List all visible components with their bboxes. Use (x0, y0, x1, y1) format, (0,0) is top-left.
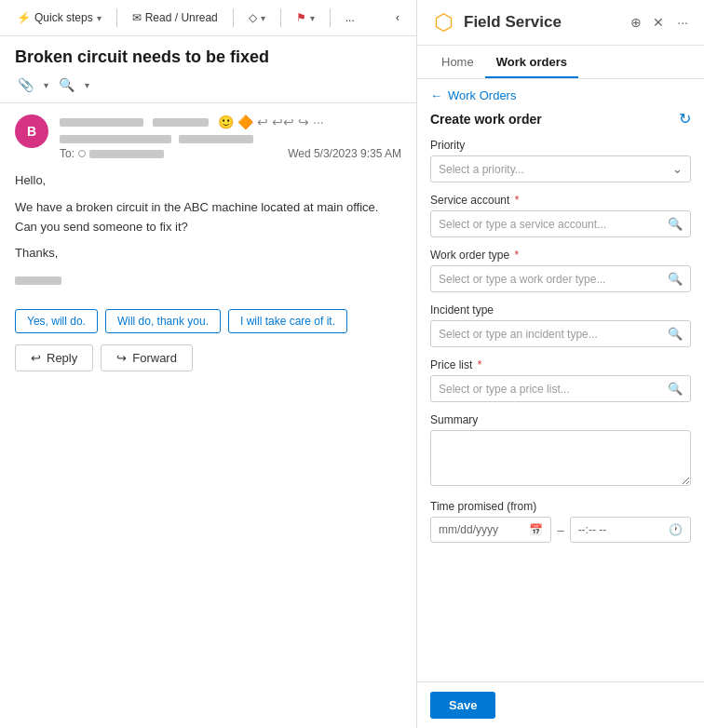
badge-icon: 🔶 (237, 115, 253, 129)
save-button[interactable]: Save (430, 692, 495, 719)
sender-icons: 🙂 🔶 ↩ ↩↩ ↪ ··· (218, 115, 324, 129)
avatar: B (15, 115, 48, 148)
flag-chevron: ▾ (261, 13, 265, 23)
read-unread-button[interactable]: ✉ Read / Unread (125, 7, 225, 28)
email-subject: Broken circuit needs to be fixed (15, 47, 401, 67)
zoom-button[interactable]: 🔍 (56, 74, 77, 95)
back-navigation[interactable]: ← Work Orders (430, 88, 691, 102)
collapse-button[interactable]: ‹ (388, 7, 407, 28)
pin-button[interactable]: ⊕ (628, 12, 644, 33)
price-list-placeholder: Select or type a price list... (439, 383, 570, 396)
work-order-type-select[interactable]: Select or type a work order type... 🔍 (430, 265, 691, 292)
incident-type-label: Incident type (430, 303, 691, 317)
separator-1 (116, 8, 117, 27)
incident-type-search-icon: 🔍 (668, 327, 683, 341)
datetime-row: mm/dd/yyyy 📅 – --:-- -- 🕐 (430, 517, 691, 543)
quick-steps-chevron: ▾ (97, 13, 102, 23)
flag-button[interactable]: ◇ ▾ (241, 7, 273, 28)
summary-group: Summary (430, 413, 691, 489)
read-unread-label: Read / Unread (145, 11, 218, 24)
sender-name (60, 118, 143, 127)
time-promised-group: Time promised (from) mm/dd/yyyy 📅 – --:-… (430, 500, 691, 543)
sender-name-2 (153, 118, 209, 127)
more-sender-icon[interactable]: ··· (313, 115, 324, 129)
tabs: Home Work orders (417, 46, 704, 79)
attachment-button[interactable]: 📎 (15, 74, 36, 95)
service-account-group: Service account * Select or type a servi… (430, 194, 691, 237)
service-account-search-icon: 🔍 (668, 217, 683, 231)
reply-button[interactable]: ↩ Reply (15, 344, 93, 371)
quick-reply-3[interactable]: I will take care of it. (228, 309, 347, 333)
sender-email-2 (179, 135, 253, 143)
forward-button[interactable]: ↪ Forward (101, 344, 193, 371)
quick-steps-label: Quick steps (34, 11, 93, 24)
price-list-search-icon: 🔍 (668, 382, 683, 396)
lightning-icon: ⚡ (17, 11, 31, 24)
priority-group: Priority Select a priority... ⌄ (430, 139, 691, 182)
quick-replies: Yes, will do. Will do, thank you. I will… (15, 309, 401, 333)
quick-reply-1[interactable]: Yes, will do. (15, 309, 98, 333)
sender-email (60, 135, 171, 143)
forward-arrow-icon: ↪ (116, 351, 127, 365)
work-order-type-group: Work order type * Select or type a work … (430, 249, 691, 292)
date-input[interactable]: mm/dd/yyyy 📅 (430, 517, 551, 543)
email-content: B 🙂 🔶 ↩ ↩↩ ↪ ··· (0, 103, 416, 728)
priority-placeholder: Select a priority... (439, 163, 524, 176)
required-indicator-2: * (515, 249, 520, 262)
close-button[interactable]: ✕ (650, 12, 667, 33)
dash-separator: – (557, 523, 563, 537)
summary-textarea[interactable] (430, 430, 691, 486)
email-sign2 (15, 276, 61, 285)
circle-indicator (78, 150, 86, 157)
to-line: To: (60, 147, 164, 160)
field-service-icon: ⬡ (434, 9, 454, 35)
date-placeholder: mm/dd/yyyy (439, 523, 498, 536)
separator-4 (330, 8, 331, 27)
work-order-type-placeholder: Select or type a work order type... (439, 273, 605, 286)
price-list-select[interactable]: Select or type a price list... 🔍 (430, 375, 691, 402)
required-indicator-3: * (478, 358, 482, 371)
service-account-select[interactable]: Select or type a service account... 🔍 (430, 210, 691, 237)
flag-color-button[interactable]: ⚑ ▾ (289, 7, 322, 28)
zoom-chevron: ▾ (85, 80, 89, 90)
attachment-chevron: ▾ (44, 80, 48, 90)
required-indicator: * (515, 194, 520, 207)
priority-label: Priority (430, 139, 691, 152)
email-header: Broken circuit needs to be fixed 📎 ▾ 🔍 ▾ (0, 36, 416, 103)
quick-steps-button[interactable]: ⚡ Quick steps ▾ (9, 7, 109, 28)
tab-home[interactable]: Home (430, 46, 485, 78)
priority-chevron-icon: ⌄ (672, 162, 683, 176)
sender-row: B 🙂 🔶 ↩ ↩↩ ↪ ··· (15, 103, 401, 168)
reply-all-icon: ↩↩ (272, 115, 294, 129)
email-message: We have a broken circuit in the ABC mach… (15, 198, 401, 237)
summary-label: Summary (430, 413, 691, 426)
email-actions: 📎 ▾ 🔍 ▾ (15, 74, 401, 95)
quick-reply-2[interactable]: Will do, thank you. (105, 309, 221, 333)
forward-label: Forward (132, 351, 177, 365)
tag-icon: ◇ (249, 11, 257, 24)
form-title-row: Create work order ↻ (430, 110, 691, 128)
flag-icon: ⚑ (296, 11, 306, 24)
back-label: Work Orders (448, 88, 516, 102)
recipient-name (89, 150, 164, 158)
clock-icon: 🕐 (669, 523, 683, 536)
tab-work-orders[interactable]: Work orders (485, 46, 578, 78)
collapse-icon: ‹ (396, 11, 399, 24)
emoji-icon: 🙂 (218, 115, 234, 129)
price-list-label: Price list * (430, 358, 691, 371)
incident-type-select[interactable]: Select or type an incident type... 🔍 (430, 320, 691, 347)
priority-select[interactable]: Select a priority... ⌄ (430, 155, 691, 182)
options-button[interactable]: ··· (674, 12, 691, 33)
incident-type-placeholder: Select or type an incident type... (439, 328, 598, 341)
envelope-icon: ✉ (132, 11, 142, 24)
email-sign1: Thanks, (15, 244, 401, 263)
more-button[interactable]: ... (338, 7, 362, 28)
form-title: Create work order (430, 112, 542, 127)
flag-color-chevron: ▾ (310, 13, 315, 23)
refresh-button[interactable]: ↻ (679, 110, 691, 128)
incident-type-group: Incident type Select or type an incident… (430, 303, 691, 347)
time-input[interactable]: --:-- -- 🕐 (570, 517, 691, 543)
header-actions: ⊕ ✕ (628, 12, 667, 33)
forward-icon: ↪ (298, 115, 309, 129)
separator-3 (280, 8, 281, 27)
